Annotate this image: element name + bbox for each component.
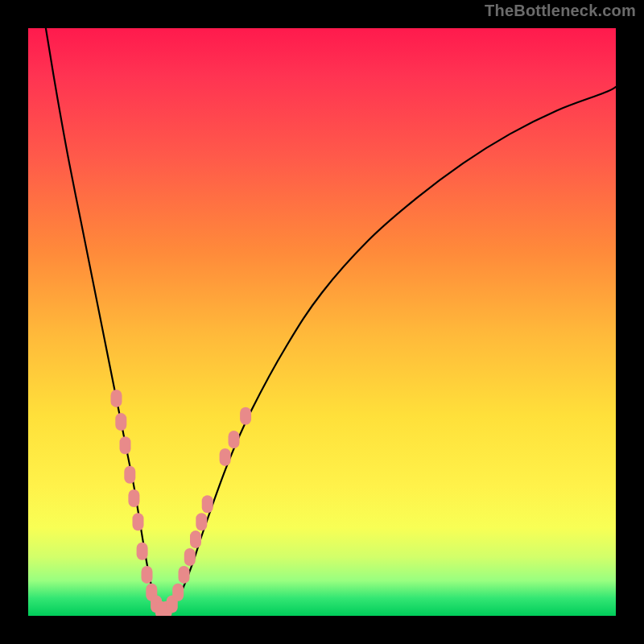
- watermark-text: TheBottleneck.com: [485, 2, 636, 20]
- chart-frame: TheBottleneck.com: [0, 0, 644, 644]
- plot-gradient-background: [28, 28, 616, 616]
